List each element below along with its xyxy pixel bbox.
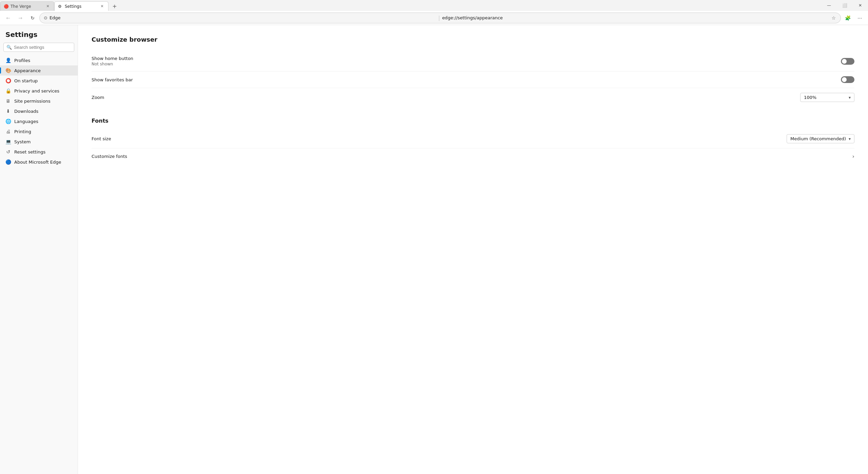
nav-icon-site-permissions: 🖥 <box>5 98 11 104</box>
sidebar-item-on-startup[interactable]: ⭕ On startup <box>0 76 78 86</box>
chevron-down-icon: ▾ <box>849 95 851 100</box>
fonts-title: Fonts <box>92 118 854 124</box>
toggle-show-home-button[interactable] <box>841 58 854 65</box>
sidebar-item-system[interactable]: 💻 System <box>0 137 78 147</box>
settings-content: Customize browser Show home button Not s… <box>78 25 868 474</box>
setting-label-font-size: Font size <box>92 136 787 141</box>
setting-row-zoom: Zoom 100% ▾ <box>92 88 854 107</box>
nav-label-downloads: Downloads <box>14 109 72 114</box>
tab-favicon-tab-the-verge: 🔴 <box>4 4 8 9</box>
nav-icon-languages: 🌐 <box>5 119 11 124</box>
tab-title-tab-settings: Settings <box>65 4 97 9</box>
setting-label-show-favorites-bar: Show favorites bar <box>92 77 841 82</box>
setting-row-font-size: Font size Medium (Recommended) ▾ <box>92 129 854 148</box>
setting-control-show-favorites-bar <box>841 76 854 83</box>
favorite-star-icon[interactable]: ☆ <box>831 15 836 21</box>
dropdown-text-font-size: Medium (Recommended) <box>790 136 846 141</box>
nav-label-system: System <box>14 139 72 144</box>
nav-icon-system: 💻 <box>5 139 11 144</box>
address-favicon: ⊙ <box>44 15 47 20</box>
nav-label-privacy-services: Privacy and services <box>14 88 72 94</box>
settings-title: Settings <box>0 30 78 43</box>
setting-row-show-home-button: Show home button Not shown <box>92 51 854 71</box>
forward-button[interactable]: → <box>15 13 26 23</box>
nav-label-appearance: Appearance <box>14 68 72 73</box>
tab-close-tab-the-verge[interactable]: ✕ <box>45 4 51 9</box>
setting-label-zoom: Zoom <box>92 95 800 100</box>
setting-row-show-favorites-bar: Show favorites bar <box>92 71 854 88</box>
tab-title-tab-the-verge: The Verge <box>11 4 43 9</box>
sidebar-item-privacy-services[interactable]: 🔒 Privacy and services <box>0 86 78 96</box>
back-button[interactable]: ← <box>3 13 14 23</box>
sidebar: Settings 🔍 👤 Profiles 🎨 Appearance ⭕ On … <box>0 25 78 474</box>
address-separator: | <box>438 15 440 21</box>
new-tab-button[interactable]: + <box>110 1 119 11</box>
fonts-section: Fonts Font size Medium (Recommended) ▾ C… <box>92 118 854 164</box>
nav-icon-on-startup: ⭕ <box>5 78 11 83</box>
sidebar-item-appearance[interactable]: 🎨 Appearance <box>0 65 78 76</box>
dropdown-font-size[interactable]: Medium (Recommended) ▾ <box>787 134 854 143</box>
nav-label-profiles: Profiles <box>14 58 72 63</box>
customize-browser-title: Customize browser <box>92 36 854 43</box>
setting-label-customize-fonts: Customize fonts <box>92 154 852 159</box>
setting-control-show-home-button <box>841 58 854 65</box>
nav-icon-downloads: ⬇ <box>5 108 11 114</box>
sidebar-item-downloads[interactable]: ⬇ Downloads <box>0 106 78 116</box>
toggle-knob-show-favorites-bar <box>842 77 847 82</box>
toolbar: ← → ↻ ⊙ Edge | edge://settings/appearanc… <box>0 11 868 25</box>
setting-control-customize-fonts: › <box>852 153 854 160</box>
setting-info-show-home-button: Show home button Not shown <box>92 56 841 66</box>
chevron-down-icon: ▾ <box>849 137 851 141</box>
toggle-show-favorites-bar[interactable] <box>841 76 854 83</box>
chevron-link-customize-fonts[interactable]: › <box>852 153 854 160</box>
window-controls: — ⬜ ✕ <box>821 0 868 11</box>
font-settings-rows: Font size Medium (Recommended) ▾ Customi… <box>92 129 854 164</box>
address-bar[interactable]: ⊙ Edge | edge://settings/appearance ☆ <box>39 13 841 23</box>
maximize-button[interactable]: ⬜ <box>837 0 852 11</box>
setting-info-zoom: Zoom <box>92 95 800 100</box>
nav-label-about-edge: About Microsoft Edge <box>14 160 72 165</box>
setting-control-zoom: 100% ▾ <box>800 93 854 102</box>
tab-strip: 🔴 The Verge ✕ ⚙ Settings ✕ + <box>0 0 821 11</box>
setting-info-customize-fonts: Customize fonts <box>92 154 852 159</box>
tab-close-tab-settings[interactable]: ✕ <box>99 4 105 9</box>
dropdown-zoom[interactable]: 100% ▾ <box>800 93 854 102</box>
search-icon: 🔍 <box>6 45 12 50</box>
tab-tab-the-verge[interactable]: 🔴 The Verge ✕ <box>0 1 54 11</box>
setting-control-font-size: Medium (Recommended) ▾ <box>787 134 854 143</box>
nav-icon-reset-settings: ↺ <box>5 149 11 154</box>
title-bar: 🔴 The Verge ✕ ⚙ Settings ✕ + — ⬜ ✕ <box>0 0 868 11</box>
sidebar-item-profiles[interactable]: 👤 Profiles <box>0 55 78 65</box>
search-box[interactable]: 🔍 <box>3 43 74 52</box>
refresh-button[interactable]: ↻ <box>27 13 38 23</box>
nav-label-reset-settings: Reset settings <box>14 149 72 154</box>
extensions-button[interactable]: 🧩 <box>842 13 853 23</box>
sidebar-item-reset-settings[interactable]: ↺ Reset settings <box>0 147 78 157</box>
sidebar-item-printing[interactable]: 🖨 Printing <box>0 126 78 137</box>
nav-icon-privacy-services: 🔒 <box>5 88 11 94</box>
settings-rows: Show home button Not shown Show favorite… <box>92 51 854 107</box>
tab-tab-settings[interactable]: ⚙ Settings ✕ <box>54 1 108 11</box>
toggle-knob-show-home-button <box>842 59 847 64</box>
more-options-button[interactable]: ⋯ <box>854 13 865 23</box>
dropdown-text-zoom: 100% <box>804 95 846 100</box>
nav-icon-appearance: 🎨 <box>5 68 11 73</box>
nav-label-site-permissions: Site permissions <box>14 99 72 104</box>
address-url: edge://settings/appearance <box>442 15 829 20</box>
setting-info-font-size: Font size <box>92 136 787 141</box>
nav-icon-about-edge: 🔵 <box>5 159 11 165</box>
chevron-right-icon: › <box>852 153 854 160</box>
browser-name: Edge <box>50 15 436 20</box>
sidebar-item-about-edge[interactable]: 🔵 About Microsoft Edge <box>0 157 78 167</box>
sidebar-item-site-permissions[interactable]: 🖥 Site permissions <box>0 96 78 106</box>
close-button[interactable]: ✕ <box>852 0 868 11</box>
search-settings-input[interactable] <box>14 45 71 50</box>
nav-label-on-startup: On startup <box>14 78 72 83</box>
setting-label-show-home-button: Show home button <box>92 56 841 61</box>
setting-sublabel-show-home-button: Not shown <box>92 62 841 66</box>
sidebar-item-languages[interactable]: 🌐 Languages <box>0 116 78 126</box>
minimize-button[interactable]: — <box>821 0 837 11</box>
nav-items-container: 👤 Profiles 🎨 Appearance ⭕ On startup 🔒 P… <box>0 55 78 167</box>
nav-label-printing: Printing <box>14 129 72 134</box>
nav-label-languages: Languages <box>14 119 72 124</box>
